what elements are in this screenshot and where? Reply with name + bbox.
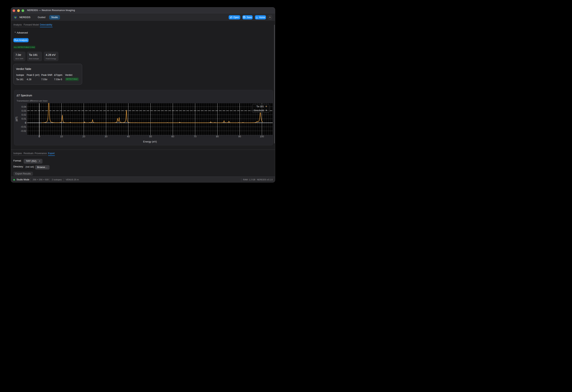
svg-text:0: 0 (25, 121, 26, 124)
svg-text:Energy (eV): Energy (eV) (143, 140, 157, 143)
svg-text:0.04: 0.04 (21, 105, 26, 108)
svg-text:-0.01: -0.01 (21, 125, 26, 128)
svg-text:10: 10 (60, 135, 63, 138)
svg-text:50: 50 (149, 135, 152, 138)
svg-text:0.03: 0.03 (21, 109, 26, 112)
svg-text:0: 0 (38, 135, 40, 138)
svg-text:70: 70 (194, 135, 196, 138)
svg-text:100: 100 (260, 135, 264, 138)
svg-text:80: 80 (216, 135, 219, 138)
svg-text:20: 20 (82, 135, 85, 138)
svg-text:30: 30 (105, 135, 107, 138)
svg-text:threshold: threshold (254, 109, 264, 112)
svg-text:60: 60 (172, 135, 174, 138)
svg-text:0.02: 0.02 (21, 113, 26, 116)
svg-text:0.01: 0.01 (21, 117, 26, 120)
svg-text:-0.02: -0.02 (21, 129, 26, 132)
svg-text:90: 90 (238, 135, 241, 138)
svg-text:40: 40 (127, 135, 129, 138)
svg-text:Ta-181: Ta-181 (256, 105, 264, 108)
svg-text:|ΔT|: |ΔT| (15, 117, 18, 121)
